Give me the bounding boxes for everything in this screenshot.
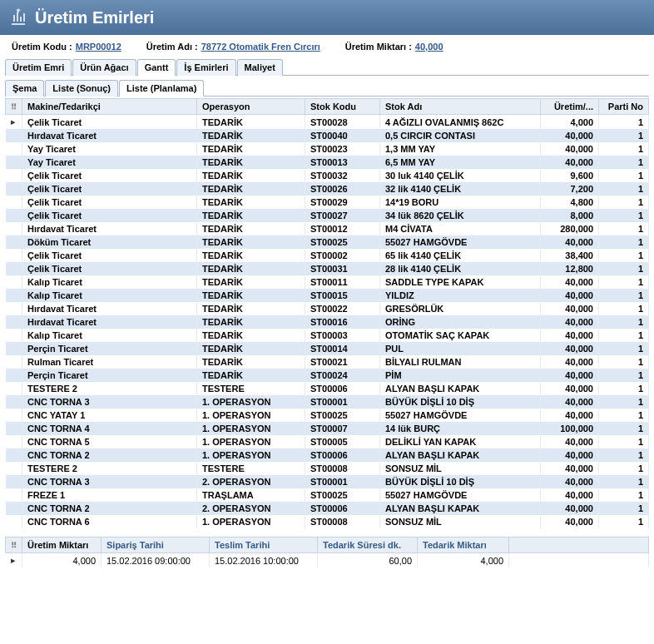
table-row[interactable]: Yay TicaretTEDARİKST000231,3 MM YAY40,00… [6,142,649,156]
cell: ST00016 [305,315,380,329]
tab-gantt[interactable]: Gantt [137,59,176,76]
table-row[interactable]: CNC TORNA 51. OPERASYONST00005DELİKLİ YA… [6,435,649,448]
table-row[interactable]: CNC YATAY 11. OPERASYONST0002555027 HAMG… [6,409,649,422]
table-row[interactable]: Çelik TicaretTEDARİKST0002914*19 BORU4,8… [6,196,649,209]
cell: 14*19 BORU [380,196,541,209]
cell: ST00011 [305,275,380,289]
table-row[interactable]: Perçin TicaretTEDARİKST00024PİM40,0001 [6,369,649,382]
table-row[interactable]: Çelik TicaretTEDARİKST0000265 lik 4140 Ç… [6,249,649,262]
cell: YILDIZ [380,289,541,302]
col-header[interactable]: Tedarik Miktarı [418,537,509,553]
table-row[interactable]: ▸4,00015.02.2016 09:00:0015.02.2016 10:0… [6,553,649,568]
row-indicator [6,382,22,395]
cell: Kalıp Ticaret [22,329,197,342]
tab--ema[interactable]: Şema [5,80,44,97]
cell: TEDARİK [197,115,305,130]
col-header[interactable]: Sipariş Tarihi [102,537,210,553]
table-row[interactable]: Kalıp TicaretTEDARİKST00011SADDLE TYPE K… [6,275,649,289]
table-row[interactable]: ▸Çelik TicaretTEDARİKST000284 AĞIZLI OVA… [6,115,649,130]
col-header[interactable]: Stok Adı [380,99,541,115]
table-row[interactable]: Hırdavat TicaretTEDARİKST00012M4 CİVATA2… [6,222,649,235]
table-row[interactable]: Hırdavat TicaretTEDARİKST000400,5 CIRCIR… [6,129,649,142]
col-header[interactable]: Teslim Tarihi [210,537,318,553]
table-row[interactable]: TESTERE 2TESTEREST00006ALYAN BAŞLI KAPAK… [6,382,649,395]
cell: CNC TORNA 3 [22,395,197,409]
cell: Çelik Ticaret [22,182,197,196]
value-uretim-miktari: 40,000 [415,42,443,52]
tab-maliyet[interactable]: Maliyet [237,59,283,76]
cell: ST00005 [305,435,380,448]
row-indicator [6,209,22,222]
table-row[interactable]: CNC TORNA 21. OPERASYONST00006ALYAN BAŞL… [6,448,649,462]
table-row[interactable]: CNC TORNA 22. OPERASYONST00006ALYAN BAŞL… [6,502,649,515]
tab--retim-emri[interactable]: Üretim Emri [5,59,72,76]
tab--r-n-a-ac-[interactable]: Ürün Ağacı [72,59,136,76]
table-row[interactable]: Hırdavat TicaretTEDARİKST00022GRESÖRLÜK4… [6,302,649,315]
col-header[interactable]: Makine/Tedarikçi [22,99,197,115]
table-row[interactable]: CNC TORNA 61. OPERASYONST00008SONSUZ MİL… [6,515,649,528]
table-row[interactable]: Rulman TicaretTEDARİKST00021BİLYALI RULM… [6,355,649,369]
table-row[interactable]: Kalıp TicaretTEDARİKST00003OTOMATİK SAÇ … [6,329,649,342]
table-row[interactable]: FREZE 1TRAŞLAMAST0002555027 HAMGÖVDE40,0… [6,488,649,502]
cell: ST00028 [305,115,380,130]
cell: 40,000 [541,515,599,528]
cell: Hırdavat Ticaret [22,129,197,142]
cell: 8,000 [541,209,599,222]
table-row[interactable]: Yay TicaretTEDARİKST000136,5 MM YAY40,00… [6,156,649,169]
table-row[interactable]: CNC TORNA 41. OPERASYONST0000714 lük BUR… [6,422,649,435]
cell: 1 [599,249,649,262]
col-header[interactable]: Parti No [599,99,649,115]
value-uretim-kodu: MRP00012 [76,42,121,52]
tab-liste-sonu-[interactable]: Liste (Sonuç) [45,80,118,97]
cell: Çelik Ticaret [22,169,197,182]
cell: 55027 HAMGÖVDE [380,235,541,249]
cell: 1 [599,502,649,515]
table-row[interactable]: CNC TORNA 32. OPERASYONST00001BÜYÜK DİŞL… [6,475,649,488]
cell: TEDARİK [197,275,305,289]
planning-table[interactable]: Makine/TedarikçiOperasyonStok KoduStok A… [5,98,649,528]
cell: 15.02.2016 09:00:00 [102,553,210,568]
table-row[interactable]: Çelik TicaretTEDARİKST0002734 lük 8620 Ç… [6,209,649,222]
cell: Çelik Ticaret [22,249,197,262]
cell: 1,3 MM YAY [380,142,541,156]
cell: ST00008 [305,515,380,528]
cell: ST00024 [305,369,380,382]
tab-liste-planlama-[interactable]: Liste (Planlama) [119,80,204,97]
cell: Kalıp Ticaret [22,275,197,289]
label-uretim-miktari: Üretim Miktarı : [345,42,412,52]
cell: ST00013 [305,156,380,169]
col-header[interactable]: Stok Kodu [305,99,380,115]
detail-table[interactable]: Üretim MiktarıSipariş TarihiTeslim Tarih… [5,537,649,567]
table-row[interactable]: CNC TORNA 31. OPERASYONST00001BÜYÜK DİŞL… [6,395,649,409]
table-row[interactable]: Çelik TicaretTEDARİKST0002632 lik 4140 Ç… [6,182,649,196]
col-header[interactable]: Tedarik Süresi dk. [318,537,418,553]
row-indicator [6,488,22,502]
col-header[interactable]: Operasyon [197,99,305,115]
table-row[interactable]: Çelik TicaretTEDARİKST0003128 lik 4140 Ç… [6,262,649,275]
info-bar: Üretim Kodu :MRP00012 Üretim Adı :78772 … [0,35,654,58]
cell: 1 [599,289,649,302]
cell: 40,000 [541,129,599,142]
table-row[interactable]: Çelik TicaretTEDARİKST0003230 luk 4140 Ç… [6,169,649,182]
table-row[interactable]: Kalıp TicaretTEDARİKST00015YILDIZ40,0001 [6,289,649,302]
cell: 40,000 [541,342,599,355]
tab-i-emirleri[interactable]: İş Emirleri [176,59,235,76]
table-row[interactable]: Döküm TicaretTEDARİKST0002555027 HAMGÖVD… [6,235,649,249]
cell: CNC TORNA 2 [22,502,197,515]
cell: 40,000 [541,448,599,462]
row-indicator [6,302,22,315]
column-selector[interactable] [6,537,22,553]
table-row[interactable]: Hırdavat TicaretTEDARİKST00016ORİNG40,00… [6,315,649,329]
cell: ST00023 [305,142,380,156]
col-header[interactable]: Üretim/... [541,99,599,115]
column-selector[interactable] [6,99,22,115]
table-row[interactable]: TESTERE 2TESTEREST00008SONSUZ MİL40,0001 [6,462,649,475]
cell: 1. OPERASYON [197,448,305,462]
table-row[interactable]: Perçin TicaretTEDARİKST00014PUL40,0001 [6,342,649,355]
col-header[interactable]: Üretim Miktarı [22,537,102,553]
cell: 40,000 [541,369,599,382]
cell: DELİKLİ YAN KAPAK [380,435,541,448]
cell: Perçin Ticaret [22,369,197,382]
cell: 34 lük 8620 ÇELİK [380,209,541,222]
cell: SONSUZ MİL [380,515,541,528]
